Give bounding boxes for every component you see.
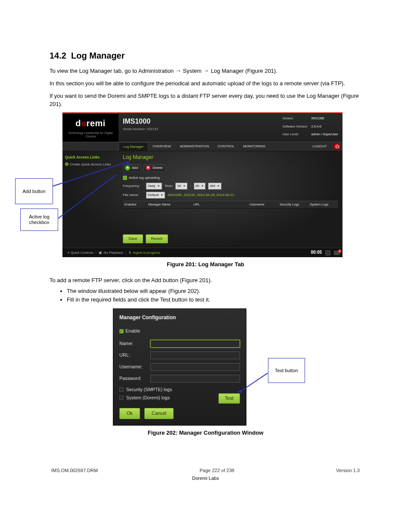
section-heading: 14.2 Log Manager [50, 50, 361, 62]
figure-2: Manager Configuration Enable Name: URL: … [113, 308, 298, 426]
chevron-down-icon: ▼ [157, 184, 160, 188]
figure-1: Add button Active log checkbox doremi Te… [62, 112, 373, 257]
logout-button[interactable]: LOGOUT [308, 142, 331, 151]
hour-select[interactable]: 04▼ [175, 183, 187, 190]
brand-tagline: Technology Leadership for Digital Cinema [64, 131, 117, 138]
stop-icon: ▣ [99, 250, 102, 255]
paragraph-2: In this section you will be able to conf… [50, 80, 361, 88]
test-button[interactable]: Test [218, 393, 240, 404]
enable-label: Enable [125, 328, 140, 335]
dialog-title: Manager Configuration [119, 314, 240, 321]
active-log-label: Active log uploading [129, 175, 160, 180]
username-label: Username: [119, 364, 150, 370]
tab-control[interactable]: CONTROL [213, 142, 239, 151]
figure-2-caption: Figure 202: Manager Configuration Window [50, 429, 361, 437]
page-footer: IMS.OM.002697.DRM Page 222 of 238 Versio… [50, 467, 361, 474]
link-icon [65, 162, 68, 166]
name-label: Name: [119, 340, 150, 347]
url-label: URL: [119, 352, 150, 359]
delete-button[interactable]: ✕ Delete [143, 164, 165, 172]
password-label: Password: [119, 375, 150, 382]
status-clock: 00:05 [311, 249, 322, 256]
footer-copyright: Doremi Labs [50, 475, 361, 482]
power-icon[interactable]: ⏻ [334, 143, 340, 149]
page-title: Log Manager [123, 154, 338, 161]
callout-arrowhead [126, 161, 131, 165]
filename-label: File name: [123, 193, 143, 198]
tab-overview[interactable]: OVERVIEW [148, 142, 175, 151]
url-input[interactable] [150, 352, 240, 359]
x-icon: ✕ [146, 165, 151, 171]
time-label: Time: [165, 184, 173, 189]
revert-button[interactable]: Revert [146, 234, 168, 243]
status-playback: ▣ No Playback [96, 250, 126, 255]
save-button[interactable]: Save [123, 234, 143, 243]
callout-arrowhead [237, 390, 242, 393]
quick-access-title: Quick Access Links [65, 155, 116, 160]
filename-select[interactable]: Default▼ [146, 192, 165, 199]
system-logs-label: System (Doremi) logs [126, 395, 170, 401]
manager-config-dialog: Manager Configuration Enable Name: URL: … [113, 308, 246, 426]
download-icon: ⬇ [128, 250, 131, 255]
arrow-icon: → [203, 67, 209, 74]
footer-page: Page 222 of 238 [199, 467, 234, 474]
callout-add-button: Add button [15, 178, 53, 204]
minute-select[interactable]: 00▼ [194, 183, 206, 190]
plus-icon: + [125, 165, 130, 171]
add-button[interactable]: + Add [123, 164, 141, 172]
arrow-icon: → [175, 67, 181, 74]
list-item: Fill in the required fields and click th… [67, 296, 361, 304]
table-header: Enabled Manager Name URL Username Securi… [123, 201, 338, 209]
app-window: doremi Technology Leadership for Digital… [62, 112, 342, 257]
chevron-down-icon: ▾ [68, 251, 69, 255]
security-logs-label: Security (SMPTE) logs [126, 386, 172, 393]
system-logs-checkbox[interactable] [119, 395, 124, 400]
ampm-select[interactable]: AM▼ [208, 183, 221, 190]
bullet-intro: To add a remote FTP server, click on the… [50, 277, 361, 285]
status-quick-controls[interactable]: ▾ Quick Controls [65, 250, 96, 255]
create-quick-access-link[interactable]: Create Quick Access Links [65, 162, 116, 167]
enable-checkbox[interactable] [119, 329, 124, 333]
filename-example: IMS1000_332132_2014-06-20_2014-06-21 [168, 193, 234, 198]
brand-logo: doremi Technology Leadership for Digital… [62, 114, 118, 141]
security-logs-checkbox[interactable] [119, 387, 124, 392]
figure-1-caption: Figure 201: Log Manager Tab [50, 261, 361, 269]
callout-active-checkbox: Active log checkbox [20, 208, 58, 231]
password-input[interactable] [150, 375, 240, 383]
paragraph-3: If you want to send the Doremi and SMPTE… [50, 92, 361, 109]
paragraph-1: To view the Log Manager tab, go to Admin… [50, 66, 361, 75]
user-icon[interactable] [325, 250, 330, 255]
callout-test-button: Test button [268, 358, 305, 383]
sidebar: Quick Access Links Create Quick Access L… [62, 151, 118, 248]
frequency-select[interactable]: Daily▼ [146, 183, 162, 190]
status-ingest: ⬇ Ingest in progress [126, 250, 163, 255]
frequency-label: Frequency: [123, 184, 143, 189]
tab-monitoring[interactable]: MONITORING [239, 142, 270, 151]
header-info: Screen:IMS1000 Software Version:2.0.4-0 … [283, 116, 338, 140]
cancel-button[interactable]: Cancel [144, 408, 174, 419]
list-item: The window illustrated below will appear… [67, 287, 361, 296]
footer-doc-id: IMS.OM.002697.DRM [51, 467, 98, 474]
active-log-checkbox[interactable] [123, 176, 127, 180]
tab-log-manager[interactable]: Log Manager [118, 142, 148, 151]
username-input[interactable] [150, 363, 240, 371]
name-input[interactable] [150, 340, 240, 348]
footer-version: Version 1.3 [336, 467, 360, 474]
ok-button[interactable]: Ok [119, 408, 140, 419]
tab-administration[interactable]: ADMINISTRATION [175, 142, 213, 151]
model-info: IMS1000 Serial Number: 332132 [123, 116, 158, 140]
notifications-icon[interactable]: 0 [334, 251, 340, 255]
